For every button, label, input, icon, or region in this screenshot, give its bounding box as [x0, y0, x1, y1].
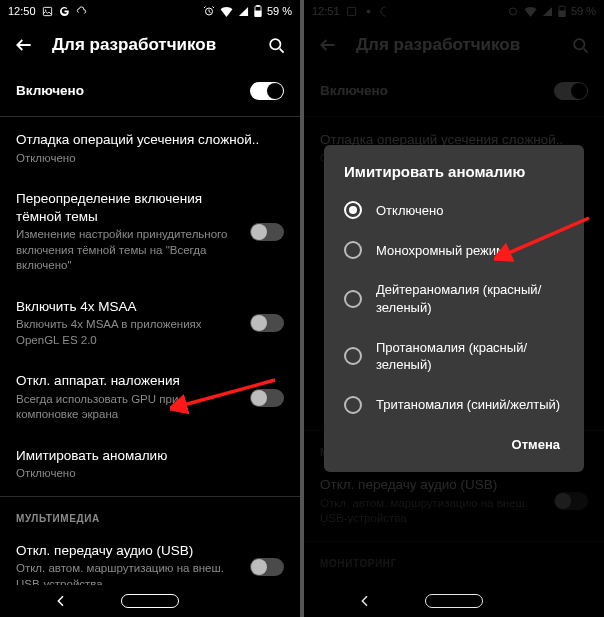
dialog-simulate-anomaly: Имитировать аномалию Отключено Монохромн… [324, 145, 584, 471]
setting-simulate-anomaly[interactable]: Имитировать аномалию Отключено [0, 435, 300, 494]
screenshot-left: 12:50 59 % Для разработчиков Включено [0, 0, 300, 617]
setting-msaa[interactable]: Включить 4x MSAA Включить 4x MSAA в прил… [0, 286, 300, 361]
option-protanomaly[interactable]: Протаномалия (красный/зеленый) [324, 328, 584, 385]
section-multimedia: МУЛЬТИМЕДИА [0, 499, 300, 530]
svg-rect-0 [43, 7, 51, 15]
setting-usb-audio[interactable]: Откл. передачу аудио (USB) Откл. автом. … [0, 530, 300, 585]
setting-hw-overlays[interactable]: Откл. аппарат. наложения Всегда использо… [0, 360, 300, 435]
radio-icon [344, 396, 362, 414]
toggle-enabled[interactable] [250, 82, 284, 100]
status-time: 12:50 [8, 5, 36, 17]
dialog-overlay[interactable]: Имитировать аномалию Отключено Монохромн… [304, 0, 604, 617]
screenshot-right: 12:51 59 % Для разработчиков Включено [304, 0, 604, 617]
nav-back-icon[interactable] [357, 593, 373, 609]
back-icon[interactable] [12, 33, 36, 57]
nav-home-pill[interactable] [425, 594, 483, 608]
svg-point-1 [45, 9, 46, 10]
page-title: Для разработчиков [52, 35, 248, 55]
option-deuteranomaly[interactable]: Дейтераномалия (красный/зеленый) [324, 270, 584, 327]
alarm-icon [203, 5, 215, 17]
dialog-title: Имитировать аномалию [324, 163, 584, 190]
toggle-usb-audio[interactable] [250, 558, 284, 576]
navigation-bar [0, 585, 300, 617]
image-icon [42, 6, 53, 17]
radio-icon [344, 290, 362, 308]
option-disabled[interactable]: Отключено [324, 190, 584, 230]
toggle-hw-overlays[interactable] [250, 389, 284, 407]
battery-icon [254, 5, 262, 17]
search-icon[interactable] [264, 33, 288, 57]
navigation-bar [304, 585, 604, 617]
svg-rect-4 [257, 5, 259, 6]
svg-point-6 [270, 39, 280, 49]
option-monochrome[interactable]: Монохромный режим [324, 230, 584, 270]
nav-back-icon[interactable] [53, 593, 69, 609]
signal-icon [238, 6, 249, 17]
radio-icon [344, 347, 362, 365]
status-bar: 12:50 59 % [0, 0, 300, 22]
cancel-button[interactable]: Отмена [502, 431, 570, 458]
enabled-label: Включено [16, 82, 240, 100]
toggle-msaa[interactable] [250, 314, 284, 332]
settings-list[interactable]: Включено Отладка операций усечения сложн… [0, 68, 300, 585]
radio-icon [344, 241, 362, 259]
battery-text: 59 % [267, 5, 292, 17]
setting-debug-clip[interactable]: Отладка операций усечения сложной.. Откл… [0, 119, 300, 178]
svg-rect-5 [255, 11, 261, 16]
wifi-icon [220, 6, 233, 17]
setting-dark-override[interactable]: Переопределение включения тёмной темы Из… [0, 178, 300, 286]
radio-icon [344, 201, 362, 219]
nav-home-pill[interactable] [121, 594, 179, 608]
option-tritanomaly[interactable]: Тританомалия (синий/желтый) [324, 385, 584, 425]
app-bar: Для разработчиков [0, 22, 300, 68]
weather-icon [76, 6, 87, 17]
setting-enabled[interactable]: Включено [0, 68, 300, 114]
google-icon [59, 6, 70, 17]
toggle-dark-override[interactable] [250, 223, 284, 241]
